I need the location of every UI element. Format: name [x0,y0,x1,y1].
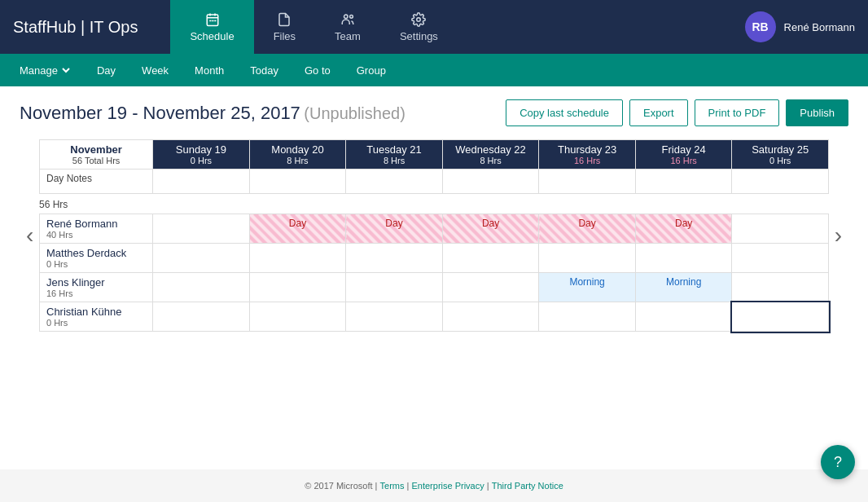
shift-cell[interactable]: Day [635,214,732,244]
shift-cell[interactable] [153,273,250,302]
subnav-week[interactable]: Week [129,59,182,81]
file-icon [277,12,292,27]
day-header-tuesday: Tuesday 21 8 Hrs [346,140,443,170]
main-content: November 19 - November 25, 2017 (Unpubli… [0,86,868,469]
total-hours-label: 56 Total Hrs [46,156,146,165]
third-party-link[interactable]: Third Party Notice [492,481,563,491]
month-label: November [46,143,146,156]
table-row: Matthes Derdack 0 Hrs [40,244,829,273]
subnav-group[interactable]: Group [344,59,399,81]
shift-cell[interactable] [346,302,443,332]
svg-point-9 [417,17,421,21]
copyright: © 2017 Microsoft [305,481,372,491]
day-header-monday: Monday 20 8 Hrs [249,140,346,170]
tab-team[interactable]: Team [315,0,380,54]
chevron-down-icon [61,65,71,75]
shift-cell[interactable] [249,273,346,302]
table-row: Christian Kühne 0 Hrs [40,302,829,332]
day-note-thursday[interactable] [539,170,636,194]
employee-name-cell: Christian Kühne 0 Hrs [40,302,153,332]
tab-files[interactable]: Files [254,0,315,54]
shift-cell[interactable] [539,302,636,332]
shift-cell[interactable]: Day [249,214,346,244]
manage-dropdown[interactable]: Manage [7,59,84,81]
shift-cell[interactable] [732,244,829,273]
help-button[interactable]: ? [821,445,855,479]
subnav-day[interactable]: Day [84,59,129,81]
schedule-wrapper: ‹ November 56 Total Hrs Sunday 19 0 Hrs … [20,139,848,332]
day-note-tuesday[interactable] [346,170,443,194]
shift-cell[interactable] [346,273,443,302]
shift-cell[interactable] [346,244,443,273]
shift-cell[interactable] [153,244,250,273]
calendar-grid: November 56 Total Hrs Sunday 19 0 Hrs Mo… [39,139,829,194]
subnav-today[interactable]: Today [237,59,292,81]
employee-name-cell: Matthes Derdack 0 Hrs [40,244,153,273]
status-badge: (Unpublished) [304,104,406,122]
date-range-container: November 19 - November 25, 2017 (Unpubli… [20,103,406,124]
app-title: StaffHub | IT Ops [13,18,138,37]
next-week-arrow[interactable]: › [835,222,842,249]
day-note-monday[interactable] [249,170,346,194]
shift-cell[interactable] [635,244,732,273]
day-header-sunday: Sunday 19 0 Hrs [153,140,250,170]
tab-team-label: Team [335,30,361,42]
header-buttons: Copy last schedule Export Print to PDF P… [506,99,848,126]
shift-cell-selected[interactable] [732,302,829,332]
svg-rect-6 [214,20,216,21]
day-note-wednesday[interactable] [442,170,539,194]
svg-rect-5 [212,20,213,21]
nav-tabs: Schedule Files Team Settings [170,0,744,54]
export-button[interactable]: Export [629,99,688,126]
employee-name-cell: René Bormann 40 Hrs [40,214,153,244]
employee-name-cell: Jens Klinger 16 Hrs [40,273,153,302]
copy-last-schedule-button[interactable]: Copy last schedule [506,99,623,126]
day-note-saturday[interactable] [732,170,829,194]
table-row: René Bormann 40 Hrs Day Day Day Day Day [40,214,829,244]
shift-cell[interactable] [249,244,346,273]
svg-point-7 [344,15,348,19]
day-header-friday: Friday 24 16 Hrs [635,140,732,170]
footer: © 2017 Microsoft | Terms | Enterprise Pr… [0,469,868,502]
shift-cell[interactable] [442,244,539,273]
day-note-friday[interactable] [635,170,732,194]
shift-cell[interactable] [249,302,346,332]
tab-settings[interactable]: Settings [380,0,458,54]
subnav-goto[interactable]: Go to [292,59,344,81]
month-header: November 56 Total Hrs [40,140,153,170]
shift-cell[interactable] [153,302,250,332]
shift-cell[interactable] [732,214,829,244]
shift-cell[interactable] [153,214,250,244]
shift-cell[interactable] [732,273,829,302]
shift-cell[interactable]: Morning [635,273,732,302]
date-range: November 19 - November 25, 2017 [20,103,300,123]
shift-cell[interactable]: Day [346,214,443,244]
user-area: RB René Bormann [745,11,855,42]
subnav-month[interactable]: Month [182,59,237,81]
print-to-pdf-button[interactable]: Print to PDF [695,99,780,126]
publish-button[interactable]: Publish [786,99,848,126]
shift-cell[interactable]: Morning [539,273,636,302]
day-notes-label: Day Notes [40,170,153,194]
privacy-link[interactable]: Enterprise Privacy [411,481,484,491]
shift-cell[interactable] [539,244,636,273]
prev-week-arrow[interactable]: ‹ [26,222,33,249]
day-header-saturday: Saturday 25 0 Hrs [732,140,829,170]
day-note-sunday[interactable] [153,170,250,194]
user-name: René Bormann [784,21,855,33]
table-row: Jens Klinger 16 Hrs Morning Morning [40,273,829,302]
schedule-header: November 19 - November 25, 2017 (Unpubli… [20,99,848,126]
shift-cell[interactable]: Day [539,214,636,244]
day-notes-row: Day Notes [40,170,829,194]
shift-cell[interactable]: Day [442,214,539,244]
day-header-thursday: Thursday 23 16 Hrs [539,140,636,170]
gear-icon [411,12,426,27]
svg-rect-4 [209,20,211,21]
help-icon: ? [834,454,842,471]
shift-cell[interactable] [635,302,732,332]
svg-point-8 [350,15,353,18]
shift-cell[interactable] [442,273,539,302]
shift-cell[interactable] [442,302,539,332]
terms-link[interactable]: Terms [380,481,405,491]
tab-schedule[interactable]: Schedule [170,0,253,54]
